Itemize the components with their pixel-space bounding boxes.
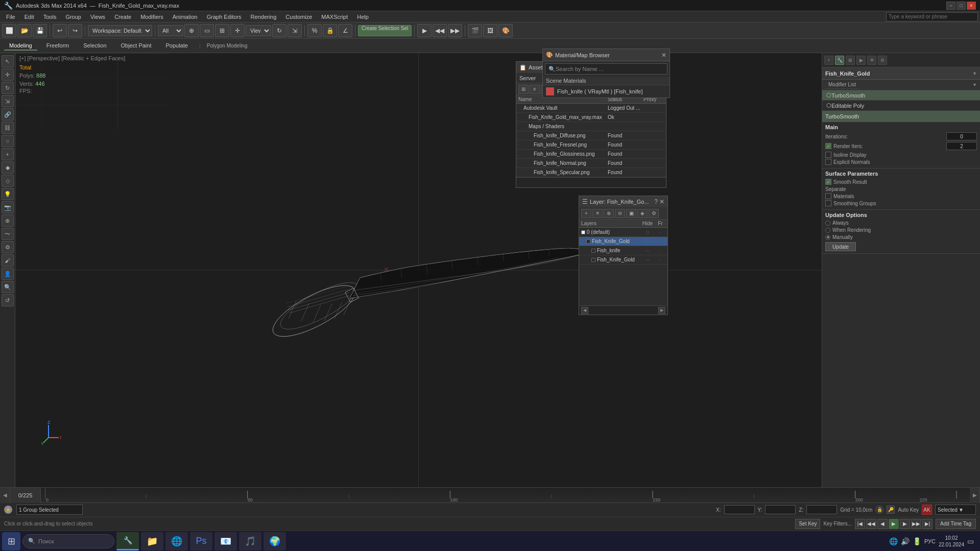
asset-row-vault[interactable]: Autodesk Vault Logged Out ... (516, 104, 666, 113)
viewport[interactable]: [+] [Perspective] [Realistic + Edged Fac… (15, 53, 822, 487)
lt-populate[interactable]: 👤 (2, 268, 14, 280)
update-button[interactable]: Update (825, 242, 856, 251)
anim-prev-frame-btn[interactable]: ◀ (877, 519, 888, 529)
x-coord-field[interactable] (724, 505, 755, 514)
display-icon[interactable]: 👁 (867, 56, 876, 65)
sys-tray-time[interactable]: 10:02 22.01.2024 (939, 535, 964, 548)
taskbar-edge[interactable]: 🌍 (264, 532, 286, 550)
asset-row-glossiness[interactable]: Fish_knife_Glossiness.png Found (516, 150, 666, 159)
ly-remove-btn[interactable]: ⊖ (615, 209, 625, 218)
lt-systems[interactable]: ⚙ (2, 241, 14, 253)
lt-shapes[interactable]: ◇ (2, 175, 14, 187)
lt-bind[interactable]: ○ (2, 135, 14, 147)
asset-row-specular[interactable]: Fish_knife_Specular.png Found (516, 168, 666, 177)
render-iters-check-box[interactable]: ✓ (825, 143, 831, 149)
menu-maxscript[interactable]: MAXScript (317, 13, 352, 21)
menu-rendering[interactable]: Rendering (247, 13, 281, 21)
create-selection-button[interactable]: Create Selection Sel (358, 25, 412, 36)
auto-key-button[interactable]: AK (922, 505, 932, 515)
asset-row-diffuse[interactable]: Fish_knife_Diffuse.png Found (516, 131, 666, 140)
view-dropdown[interactable]: View (246, 25, 271, 36)
tab-modeling[interactable]: Modeling (4, 41, 37, 51)
manually-radio-dot[interactable] (825, 235, 830, 240)
key-icon[interactable]: 🔑 (887, 506, 895, 514)
tab-freeform[interactable]: Freeform (41, 41, 75, 51)
layer-row-fish-knife[interactable]: Fish_knife ··· · (579, 246, 667, 255)
ly-new-btn[interactable]: + (581, 209, 591, 218)
layers-nav-prev[interactable]: ◀ (581, 307, 588, 314)
filter-dropdown[interactable]: All (158, 25, 183, 36)
set-key-button[interactable]: Set Key (795, 519, 820, 529)
when-rendering-radio-dot[interactable] (825, 228, 830, 233)
show-desktop-icon[interactable]: ▭ (967, 537, 974, 545)
render-button[interactable]: 🎬 (468, 24, 482, 37)
taskbar-music[interactable]: 🎵 (239, 532, 261, 550)
taskbar-3dsmax[interactable]: 🔧 (116, 532, 139, 550)
material-item-fish-knife[interactable]: Fish_knife ( VRayMtl ) [Fish_knife] (543, 85, 670, 98)
modify-panel-icon[interactable]: 🔧 (835, 56, 844, 65)
anim-next-btn[interactable]: ▶▶ (911, 519, 921, 529)
smooth-result-checkbox[interactable]: ✓ Smooth Result (825, 179, 977, 185)
network-icon[interactable]: 🌐 (889, 537, 898, 545)
prev-frame-button[interactable]: ◀◀ (433, 24, 447, 37)
render-frame-button[interactable]: 🖼 (483, 24, 497, 37)
smooth-result-check-box[interactable]: ✓ (825, 179, 831, 185)
isoline-check-box[interactable] (825, 152, 831, 158)
motion-icon[interactable]: ▶ (856, 56, 866, 65)
anim-next-frame-btn[interactable]: ▶ (900, 519, 910, 529)
tab-selection[interactable]: Selection (78, 41, 111, 51)
isoline-checkbox[interactable]: Isoline Display (825, 152, 977, 158)
minimize-button[interactable]: − (946, 2, 955, 10)
utilities-icon[interactable]: ⚙ (878, 56, 887, 65)
snap-button[interactable]: 🔒 (323, 24, 337, 37)
workspace-dropdown[interactable]: Workspace: Default (88, 25, 152, 36)
lt-helpers[interactable]: ⊕ (2, 214, 14, 227)
always-radio[interactable]: Always (825, 220, 977, 226)
hierarchy-icon[interactable]: ⊠ (846, 56, 855, 65)
at-btn1[interactable]: ⊞ (518, 85, 529, 94)
lt-geometry[interactable]: ◆ (2, 161, 14, 174)
lt-move[interactable]: ✛ (2, 68, 14, 81)
lt-rotate[interactable]: ↻ (2, 82, 14, 94)
taskbar-photoshop[interactable]: Ps (190, 532, 212, 550)
material-editor-button[interactable]: 🎨 (498, 24, 513, 37)
create-panel-icon[interactable]: + (824, 56, 833, 65)
at-btn2[interactable]: ≡ (530, 85, 540, 94)
menu-create[interactable]: Create (110, 13, 135, 21)
battery-icon[interactable]: 🔋 (913, 537, 921, 545)
mat-search-box[interactable]: 🔍 Search by Name ... (545, 63, 667, 75)
render-iters-input[interactable] (946, 142, 977, 150)
lt-zoom[interactable]: 🔍 (2, 281, 14, 293)
undo-button[interactable]: ↩ (53, 24, 67, 37)
menu-graph-editors[interactable]: Graph Editors (203, 13, 246, 21)
scale-button[interactable]: ⇲ (288, 24, 302, 37)
lt-orbit[interactable]: ↺ (2, 294, 14, 306)
lock-icon[interactable]: 🔒 (875, 506, 883, 514)
anim-end-btn[interactable]: ▶| (922, 519, 933, 529)
taskbar-explorer[interactable]: 📁 (141, 532, 163, 550)
maximize-button[interactable]: □ (957, 2, 966, 10)
tl-nav-right[interactable]: ▶ (970, 488, 980, 503)
add-time-tag-button[interactable]: Add Time Tag (936, 519, 976, 529)
menu-customize[interactable]: Customize (281, 13, 316, 21)
y-coord-field[interactable] (765, 505, 796, 514)
explicit-normals-checkbox[interactable]: Explicit Normals (825, 159, 977, 165)
rotate-button[interactable]: ↻ (272, 24, 286, 37)
anim-play-btn[interactable]: ▶ (889, 519, 899, 529)
lt-space-warps[interactable]: 〜 (2, 228, 14, 240)
tl-nav-left[interactable]: ◀ (0, 488, 10, 503)
selected-dropdown[interactable]: Selected ▼ (935, 505, 976, 515)
ly-add-btn[interactable]: ⊕ (604, 209, 614, 218)
lt-create[interactable]: + (2, 148, 14, 160)
modifier-item-editable-poly[interactable]: ⬡ Editable Poly (822, 101, 980, 111)
save-button[interactable]: 💾 (33, 24, 47, 37)
lt-scale[interactable]: ⇲ (2, 95, 14, 107)
smoothing-groups-checkbox[interactable]: Smoothing Groups (825, 200, 977, 206)
sound-icon[interactable]: 🔊 (901, 537, 910, 545)
anim-prev-btn[interactable]: ◀◀ (866, 519, 876, 529)
anim-start-btn[interactable]: |◀ (855, 519, 865, 529)
window-crossing-button[interactable]: ⊞ (215, 24, 229, 37)
materials-checkbox[interactable]: Materials (825, 193, 977, 199)
lt-cameras[interactable]: 📷 (2, 201, 14, 213)
explicit-normals-check-box[interactable] (825, 159, 831, 165)
